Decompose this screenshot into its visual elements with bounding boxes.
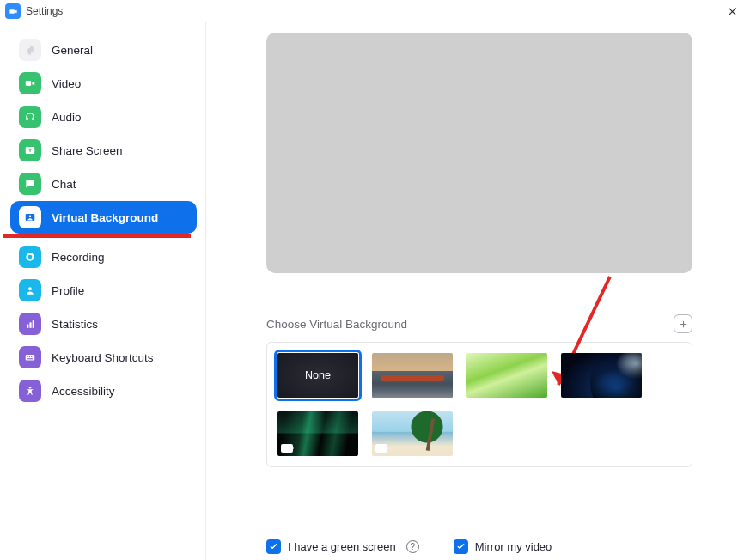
window-title: Settings — [26, 5, 63, 17]
sidebar-item-label: Virtual Background — [52, 211, 158, 224]
sidebar-item-label: Statistics — [52, 318, 98, 331]
help-icon[interactable]: ? — [406, 540, 419, 553]
gear-icon — [19, 39, 41, 61]
background-option-beach[interactable] — [372, 411, 453, 456]
sidebar-item-general[interactable]: General — [10, 33, 197, 66]
background-option-bridge[interactable] — [372, 353, 453, 398]
background-option-none[interactable]: None — [277, 353, 358, 398]
svg-rect-11 — [27, 324, 28, 327]
svg-rect-13 — [32, 320, 34, 328]
virtual-background-icon — [19, 206, 41, 228]
svg-point-19 — [29, 387, 32, 389]
svg-rect-16 — [29, 356, 30, 357]
titlebar: Settings — [0, 0, 750, 22]
sidebar-item-audio[interactable]: Audio — [10, 100, 197, 133]
svg-point-9 — [28, 255, 33, 259]
close-icon — [727, 6, 738, 17]
section-title: Choose Virtual Background — [266, 318, 407, 331]
video-preview — [266, 33, 692, 273]
checkbox-label: Mirror my video — [475, 540, 552, 553]
sidebar-item-label: Accessibility — [52, 385, 115, 398]
close-button[interactable] — [721, 2, 743, 21]
sidebar-item-accessibility[interactable]: Accessibility — [10, 374, 197, 407]
sidebar-item-label: Chat — [52, 178, 76, 191]
background-option-grass[interactable] — [466, 353, 547, 398]
sidebar-item-video[interactable]: Video — [10, 67, 197, 100]
sidebar-item-statistics[interactable]: Statistics — [10, 307, 197, 340]
svg-rect-14 — [26, 355, 35, 360]
headphones-icon — [19, 106, 41, 128]
profile-icon — [19, 279, 41, 301]
svg-rect-15 — [27, 356, 28, 357]
svg-rect-17 — [31, 356, 32, 357]
app-icon — [5, 3, 21, 19]
svg-rect-18 — [27, 358, 33, 359]
accessibility-icon — [19, 380, 41, 402]
svg-rect-12 — [29, 322, 31, 328]
checkbox-label: I have a green screen — [288, 540, 396, 553]
svg-rect-4 — [32, 118, 34, 121]
sidebar-item-label: Recording — [52, 251, 105, 264]
sidebar-item-profile[interactable]: Profile — [10, 274, 197, 307]
background-option-aurora[interactable] — [277, 411, 358, 456]
video-badge-icon — [375, 444, 387, 453]
content-pane: Choose Virtual Background None — [206, 22, 750, 560]
sidebar-item-label: Keyboard Shortcuts — [52, 351, 154, 364]
svg-rect-0 — [9, 9, 15, 14]
svg-rect-2 — [26, 81, 31, 86]
chat-icon — [19, 173, 41, 195]
video-badge-icon — [281, 444, 293, 453]
plus-icon — [679, 320, 688, 329]
checkbox-checked-icon — [266, 539, 281, 554]
add-background-button[interactable] — [674, 314, 692, 333]
recording-icon — [19, 246, 41, 268]
sidebar-item-label: Profile — [52, 284, 84, 297]
share-screen-icon — [19, 139, 41, 161]
mirror-video-checkbox[interactable]: Mirror my video — [454, 539, 552, 554]
sidebar-item-label: Video — [52, 77, 81, 90]
green-screen-checkbox[interactable]: I have a green screen ? — [266, 539, 419, 554]
sidebar-item-virtual-background[interactable]: Virtual Background — [10, 201, 197, 234]
svg-point-10 — [28, 287, 32, 290]
video-icon — [19, 72, 41, 94]
svg-point-7 — [29, 215, 32, 217]
sidebar-item-label: General — [52, 44, 93, 57]
sidebar-item-label: Share Screen — [52, 144, 123, 157]
statistics-icon — [19, 313, 41, 335]
keyboard-icon — [19, 346, 41, 368]
sidebar-item-recording[interactable]: Recording — [10, 240, 197, 273]
sidebar-item-label: Audio — [52, 111, 82, 124]
svg-rect-3 — [26, 118, 27, 121]
annotation-underline — [3, 234, 191, 238]
sidebar-item-chat[interactable]: Chat — [10, 167, 197, 200]
background-option-earth[interactable] — [561, 353, 642, 398]
sidebar-item-share-screen[interactable]: Share Screen — [10, 134, 197, 167]
none-label: None — [305, 369, 331, 381]
sidebar-item-keyboard-shortcuts[interactable]: Keyboard Shortcuts — [10, 341, 197, 374]
sidebar: General Video Audio Share Screen Chat — [0, 22, 206, 560]
background-panel: None — [266, 342, 692, 467]
checkbox-checked-icon — [454, 539, 468, 554]
